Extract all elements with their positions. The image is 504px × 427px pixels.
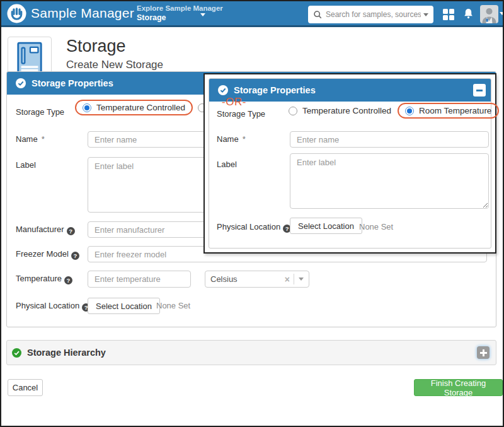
nav-menu-line1: Explore Sample Manager xyxy=(137,4,223,12)
collapse-minus-button[interactable] xyxy=(473,84,486,97)
green-check-circle-icon xyxy=(12,348,21,358)
name-label: Name* xyxy=(217,134,246,144)
help-icon[interactable]: ? xyxy=(64,276,72,284)
nav-menu-line2: Storage xyxy=(137,13,223,22)
global-search[interactable] xyxy=(308,6,433,23)
location-status: None Set xyxy=(156,301,190,310)
name-label: Name* xyxy=(16,134,45,144)
overlay-panel-header[interactable]: Storage Properties xyxy=(209,79,491,102)
finish-creating-storage-button[interactable]: Finish Creating Storage xyxy=(414,379,503,396)
storage-type-radio-group: Temperature Controlled Room Temperature xyxy=(289,103,499,119)
help-icon[interactable]: ? xyxy=(71,252,79,260)
radio-unselected-icon xyxy=(289,107,297,115)
check-circle-icon xyxy=(218,85,228,95)
radio-selected-icon xyxy=(405,107,414,115)
panel-title: Storage Properties xyxy=(32,78,113,88)
top-navigation-bar: Sample Manager Explore Sample Manager St… xyxy=(1,1,503,27)
search-input[interactable] xyxy=(326,10,421,19)
physical-location-label: Physical Location? xyxy=(16,301,90,312)
cancel-button[interactable]: Cancel xyxy=(8,379,43,396)
radio-label: Room Temperature xyxy=(419,106,491,115)
name-input[interactable] xyxy=(290,131,489,148)
storage-type-label: Storage Type xyxy=(16,107,64,117)
apps-grid-icon[interactable] xyxy=(443,9,454,20)
product-nav-menu[interactable]: Explore Sample Manager Storage xyxy=(137,4,223,22)
location-status: None Set xyxy=(359,222,393,231)
radio-label: Temperature Controlled xyxy=(302,106,391,115)
app-brand-title: Sample Manager xyxy=(31,6,134,21)
expand-plus-button[interactable] xyxy=(477,346,490,359)
or-annotation: -OR- xyxy=(222,96,246,108)
user-menu-caret-icon[interactable] xyxy=(500,12,504,15)
required-asterisk: * xyxy=(42,134,45,144)
select-location-button[interactable]: Select Location xyxy=(290,218,362,234)
label-label: Label xyxy=(217,160,237,169)
storage-type-label: Storage Type xyxy=(217,109,265,119)
page-subtitle: Create New Storage xyxy=(66,59,163,71)
panel-title: Storage Properties xyxy=(234,85,316,95)
radio-temperature-controlled[interactable]: Temperature Controlled xyxy=(75,100,193,115)
help-icon[interactable]: ? xyxy=(67,227,75,235)
hierarchy-panel-title: Storage Hierarchy xyxy=(27,348,471,358)
notifications-bell-icon[interactable] xyxy=(462,8,474,20)
radio-selected-icon xyxy=(83,103,91,112)
physical-location-label: Physical Location? xyxy=(217,222,291,233)
temperature-label: Temperature? xyxy=(16,274,72,284)
radio-temperature-controlled[interactable]: Temperature Controlled xyxy=(289,103,391,118)
radio-room-temperature[interactable]: Room Temperature xyxy=(398,103,499,119)
required-asterisk: * xyxy=(243,134,246,144)
labkey-logo-icon[interactable] xyxy=(7,4,26,23)
search-icon xyxy=(313,10,323,20)
nav-menu-caret-icon[interactable] xyxy=(200,13,205,16)
temperature-unit-select[interactable]: Celsius xyxy=(205,271,309,288)
overlay-panel: Storage Properties -OR- Storage Type Tem… xyxy=(209,78,491,249)
manufacturer-label: Manufacturer? xyxy=(16,225,75,235)
check-circle-icon xyxy=(16,78,26,88)
select-caret-icon[interactable] xyxy=(299,278,304,281)
clear-icon[interactable] xyxy=(281,274,294,284)
temperature-input[interactable] xyxy=(88,271,191,288)
radio-label: Temperature Controlled xyxy=(96,103,185,112)
page-title: Storage xyxy=(66,37,126,56)
storage-properties-overlay: Storage Properties -OR- Storage Type Tem… xyxy=(203,73,496,254)
user-avatar[interactable] xyxy=(480,5,498,23)
label-textarea[interactable] xyxy=(290,153,489,209)
app-window: Sample Manager Explore Sample Manager St… xyxy=(0,0,504,427)
freezer-model-label: Freezer Model? xyxy=(16,249,79,260)
select-location-button[interactable]: Select Location xyxy=(88,298,160,314)
selected-unit-value: Celsius xyxy=(210,274,281,284)
label-label: Label xyxy=(16,160,36,170)
search-options-caret-icon[interactable] xyxy=(423,13,428,16)
storage-hierarchy-panel[interactable]: Storage Hierarchy xyxy=(6,340,496,365)
select-divider xyxy=(294,274,294,284)
